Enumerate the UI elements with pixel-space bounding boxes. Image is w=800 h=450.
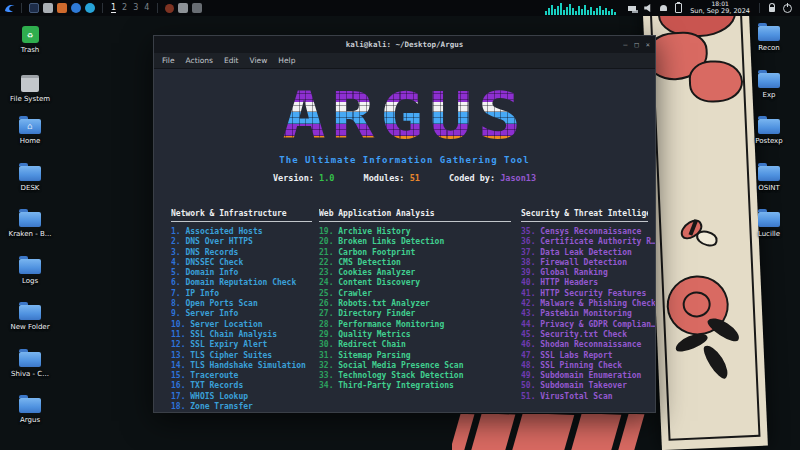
desktop-icon-postexp[interactable]: Postexp <box>741 119 797 145</box>
item-label: Firewall Detection <box>540 258 627 267</box>
power-icon[interactable] <box>783 4 792 13</box>
panel-clock[interactable]: 18:01 Sun, Sep 29, 2024 <box>690 1 750 15</box>
folder-icon <box>19 305 41 320</box>
item-label: Censys Reconnaissance <box>540 227 641 236</box>
folder-icon <box>19 259 41 274</box>
module-item: 50. Subdomain Takeover <box>521 381 655 391</box>
kali-menu-icon[interactable] <box>4 2 16 14</box>
module-item: 43. Pastebin Monitoring <box>521 309 655 319</box>
item-label: Quality Metrics <box>338 330 410 339</box>
module-item: 17. WHOIS Lookup <box>171 392 319 402</box>
desktop-icon-shiva-c-[interactable]: Shiva - C... <box>2 352 58 378</box>
workspace-3[interactable]: 3 <box>133 3 138 13</box>
menu-file[interactable]: File <box>162 56 175 65</box>
module-item: 41. HTTP Security Features <box>521 289 655 299</box>
module-item: 25. Crawler <box>319 289 521 299</box>
stripe <box>565 414 622 450</box>
desktop-icon-kraken-b-[interactable]: Kraken - B... <box>2 212 58 238</box>
item-number: 50. <box>521 381 540 390</box>
item-label: Privacy & GDPR Complian… <box>540 320 655 329</box>
item-number: 5. <box>171 268 185 277</box>
menu-actions[interactable]: Actions <box>186 56 213 65</box>
workspace-4[interactable]: 4 <box>144 3 149 13</box>
lock-icon[interactable] <box>769 7 775 12</box>
menu-edit[interactable]: Edit <box>224 56 239 65</box>
panel-separator <box>21 3 22 13</box>
menu-view[interactable]: View <box>250 56 268 65</box>
notifications-icon[interactable] <box>660 5 667 11</box>
column-header: Web Application Analysis <box>319 209 511 222</box>
desktop-icon-osint[interactable]: OSINT <box>741 166 797 192</box>
item-number: 28. <box>319 320 338 329</box>
visualizer-bar <box>602 10 604 15</box>
item-label: Certificate Authority R… <box>540 237 655 246</box>
version-pair: Version: 1.0 <box>273 173 334 183</box>
close-button[interactable]: × <box>646 41 650 49</box>
item-number: 34. <box>319 381 338 390</box>
volume-icon[interactable] <box>644 4 652 12</box>
tagline: The Ultimate Information Gathering Tool <box>154 155 655 165</box>
battery-icon[interactable] <box>675 3 682 13</box>
workspace-2[interactable]: 2 <box>122 3 127 13</box>
workspace-1[interactable]: 1 <box>111 3 116 13</box>
visualizer-bar <box>614 12 616 15</box>
stripe <box>452 414 474 450</box>
coded-by-value: Jason13 <box>500 173 536 183</box>
desktop-icon-trash[interactable]: Trash <box>2 26 58 54</box>
text-editor-icon[interactable] <box>57 3 67 13</box>
item-label: Technology Stack Detection <box>338 371 463 380</box>
item-label: TXT Records <box>190 381 243 390</box>
item-number: 21. <box>319 248 338 257</box>
top-panel: 1234 18:01 Sun, Sep 29, 2024 <box>0 0 800 16</box>
module-item: 3. DNS Records <box>171 248 319 258</box>
folder-icon <box>758 166 780 181</box>
module-item: 1. Associated Hosts <box>171 227 319 237</box>
file-manager-icon[interactable] <box>43 3 53 13</box>
module-item: 29. Quality Metrics <box>319 330 521 340</box>
item-number: 33. <box>319 371 338 380</box>
maximize-button[interactable]: □ <box>635 41 639 49</box>
item-number: 19. <box>319 227 338 236</box>
item-label: Content Discovery <box>338 278 420 287</box>
module-item: 39. Global Ranking <box>521 268 655 278</box>
module-item: 10. Server Location <box>171 320 319 330</box>
visualizer-bar <box>611 9 613 15</box>
terminal-icon[interactable] <box>29 3 39 13</box>
desktop-icon-new-folder[interactable]: New Folder <box>2 305 58 331</box>
desktop-icon-desk[interactable]: DESK <box>2 166 58 192</box>
module-item: 20. Broken Links Detection <box>319 237 521 247</box>
burp-icon[interactable] <box>165 4 174 13</box>
item-number: 2. <box>171 237 185 246</box>
module-item: 8. Open Ports Scan <box>171 299 319 309</box>
desktop-icon-home[interactable]: Home <box>2 119 58 145</box>
module-item: 48. SSL Pinning Check <box>521 361 655 371</box>
vm2-icon[interactable] <box>192 3 202 13</box>
app-blue-icon[interactable] <box>71 3 81 13</box>
item-label: Directory Finder <box>338 309 415 318</box>
vm-icon[interactable] <box>178 3 188 13</box>
item-label: VirusTotal Scan <box>540 392 612 401</box>
visualizer-bar <box>560 3 562 15</box>
item-number: 27. <box>319 309 338 318</box>
menu-help[interactable]: Help <box>278 56 295 65</box>
visualizer-bar <box>599 6 601 15</box>
desktop-icon-file-system[interactable]: File System <box>2 73 58 103</box>
terminal-titlebar[interactable]: kali@kali: ~/Desktop/Argus –□× <box>154 36 655 53</box>
item-number: 7. <box>171 289 185 298</box>
minimize-button[interactable]: – <box>623 41 627 49</box>
panel-separator <box>102 3 103 13</box>
desktop-icon-argus[interactable]: Argus <box>2 398 58 424</box>
item-label: Crawler <box>338 289 372 298</box>
desktop-icon-logs[interactable]: Logs <box>2 259 58 285</box>
item-label: SSL Pinning Check <box>540 361 622 370</box>
module-item: 44. Privacy & GDPR Complian… <box>521 320 655 330</box>
desktop-icon-lucille[interactable]: Lucille <box>741 212 797 238</box>
network-icon[interactable] <box>628 6 636 11</box>
module-item: 24. Content Discovery <box>319 278 521 288</box>
desktop-icon-recon[interactable]: Recon <box>741 26 797 52</box>
app-teal-icon[interactable] <box>85 3 95 13</box>
desktop-icon-exp[interactable]: Exp <box>741 73 797 99</box>
module-item: 21. Carbon Footprint <box>319 248 521 258</box>
module-item: 7. IP Info <box>171 289 319 299</box>
module-item: 11. SSL Chain Analysis <box>171 330 319 340</box>
